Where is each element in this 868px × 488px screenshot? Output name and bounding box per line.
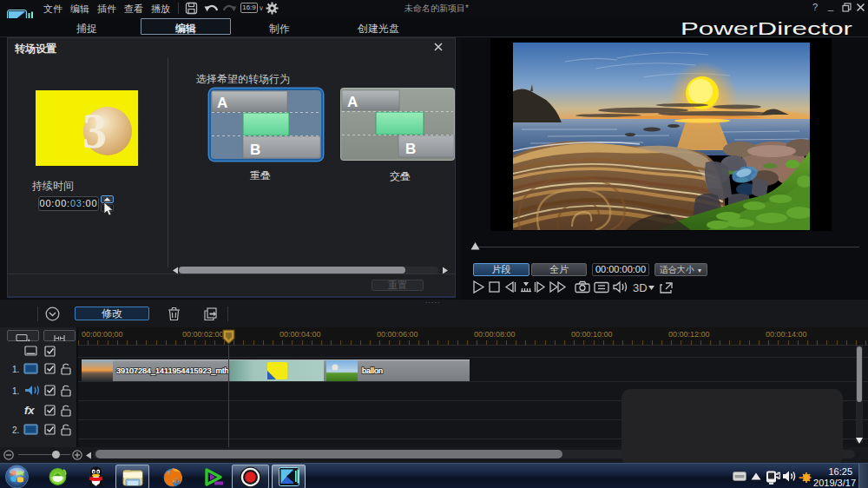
svg-text:A: A bbox=[347, 94, 358, 110]
svg-text:B: B bbox=[250, 142, 260, 158]
svg-text:PowerDirector: PowerDirector bbox=[681, 20, 852, 38]
svg-text:fx: fx bbox=[24, 404, 35, 417]
svg-text:1.: 1. bbox=[12, 386, 19, 396]
svg-text:A: A bbox=[217, 95, 227, 111]
svg-text:B: B bbox=[405, 141, 416, 157]
svg-text:3D: 3D bbox=[633, 281, 648, 294]
svg-text:39107284_1411954415923_mth: 39107284_1411954415923_mth bbox=[116, 366, 228, 375]
svg-text:3: 3 bbox=[82, 104, 107, 158]
svg-text:2.: 2. bbox=[12, 425, 19, 435]
svg-text:ballon: ballon bbox=[362, 366, 383, 375]
svg-text:1.: 1. bbox=[12, 365, 19, 374]
